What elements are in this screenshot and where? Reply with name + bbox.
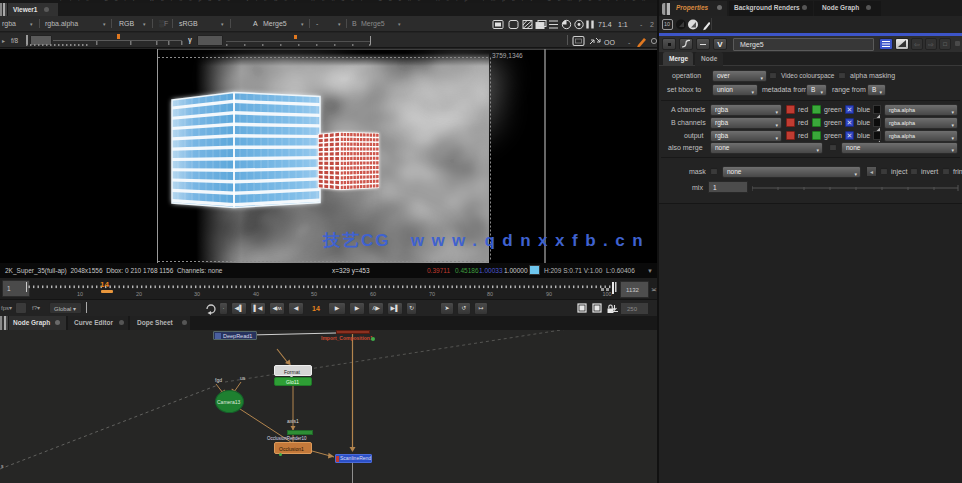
svg-text:axis1: axis1 (287, 418, 299, 424)
svg-text:40: 40 (253, 291, 259, 297)
svg-text:71.4: 71.4 (598, 21, 612, 28)
svg-text:-: - (640, 21, 643, 28)
svg-text:20: 20 (136, 291, 142, 297)
svg-text:10: 10 (77, 291, 83, 297)
svg-text:2: 2 (650, 21, 654, 28)
svg-text:s: s (1, 463, 4, 469)
svg-text:80: 80 (487, 291, 493, 297)
svg-text:1:1: 1:1 (618, 21, 628, 28)
svg-text:us: us (240, 375, 246, 381)
svg-text:70: 70 (429, 291, 435, 297)
svg-text:90: 90 (546, 291, 552, 297)
svg-text:30: 30 (194, 291, 200, 297)
svg-text:50: 50 (311, 291, 317, 297)
svg-text:3759,1346: 3759,1346 (492, 52, 523, 59)
svg-text:-: - (628, 39, 631, 46)
svg-text:fgd: fgd (215, 377, 222, 383)
svg-text:100: 100 (602, 291, 611, 297)
svg-text:OO: OO (604, 39, 615, 46)
svg-text:60: 60 (370, 291, 376, 297)
